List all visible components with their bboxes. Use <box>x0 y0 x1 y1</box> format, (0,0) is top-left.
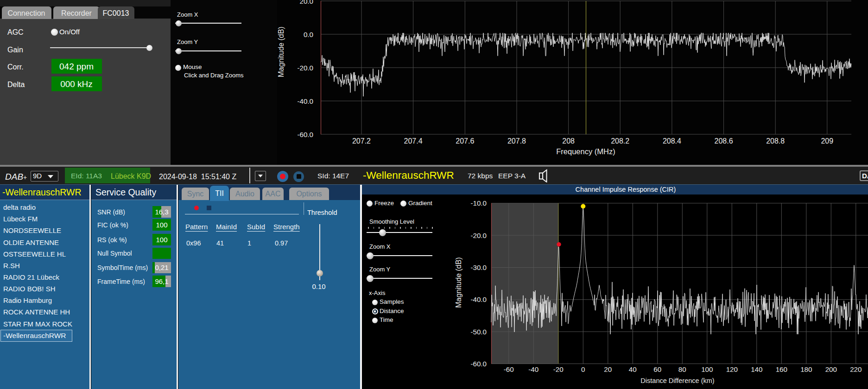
svg-text:40: 40 <box>629 365 637 373</box>
svg-text:60: 60 <box>653 365 661 373</box>
svg-text:208: 208 <box>562 137 575 145</box>
svg-text:220: 220 <box>850 365 862 373</box>
svg-text:100: 100 <box>701 365 713 373</box>
svg-text:160: 160 <box>776 365 787 373</box>
svg-text:80: 80 <box>678 365 686 373</box>
svg-text:20.0: 20.0 <box>299 0 313 5</box>
svg-text:-60.0: -60.0 <box>470 360 487 368</box>
svg-text:-60: -60 <box>504 365 514 373</box>
svg-text:207.4: 207.4 <box>404 137 423 145</box>
svg-text:Magnitude (dB): Magnitude (dB) <box>455 257 463 307</box>
svg-text:-40.0: -40.0 <box>297 97 313 105</box>
svg-text:208.4: 208.4 <box>663 137 681 145</box>
svg-text:208.8: 208.8 <box>766 137 785 145</box>
svg-text:-50.0: -50.0 <box>470 328 487 336</box>
svg-text:0: 0 <box>581 365 585 373</box>
svg-text:-30.0: -30.0 <box>470 264 487 271</box>
svg-text:120: 120 <box>726 365 738 373</box>
svg-text:207.8: 207.8 <box>507 137 526 145</box>
svg-text:207.2: 207.2 <box>352 137 371 145</box>
svg-text:Frequency (MHz): Frequency (MHz) <box>556 147 615 156</box>
svg-text:-10.0: -10.0 <box>470 199 487 207</box>
svg-text:207.6: 207.6 <box>456 137 474 145</box>
svg-text:-20.0: -20.0 <box>470 232 487 239</box>
svg-text:208.6: 208.6 <box>715 137 733 145</box>
svg-text:209: 209 <box>821 137 833 145</box>
svg-text:Distance Difference (km): Distance Difference (km) <box>640 377 714 384</box>
svg-text:200: 200 <box>825 365 837 373</box>
svg-text:140: 140 <box>751 365 762 373</box>
svg-text:-60.0: -60.0 <box>297 131 313 138</box>
svg-text:-20: -20 <box>553 365 564 373</box>
svg-text:-40.0: -40.0 <box>470 295 487 303</box>
svg-text:Magnitude (dB): Magnitude (dB) <box>277 26 285 77</box>
svg-text:208.2: 208.2 <box>611 137 629 145</box>
svg-text:20: 20 <box>604 365 612 373</box>
svg-text:180: 180 <box>800 365 812 373</box>
svg-text:0.0: 0.0 <box>304 31 313 38</box>
svg-text:-40: -40 <box>528 365 539 373</box>
svg-text:-20.0: -20.0 <box>297 64 313 72</box>
